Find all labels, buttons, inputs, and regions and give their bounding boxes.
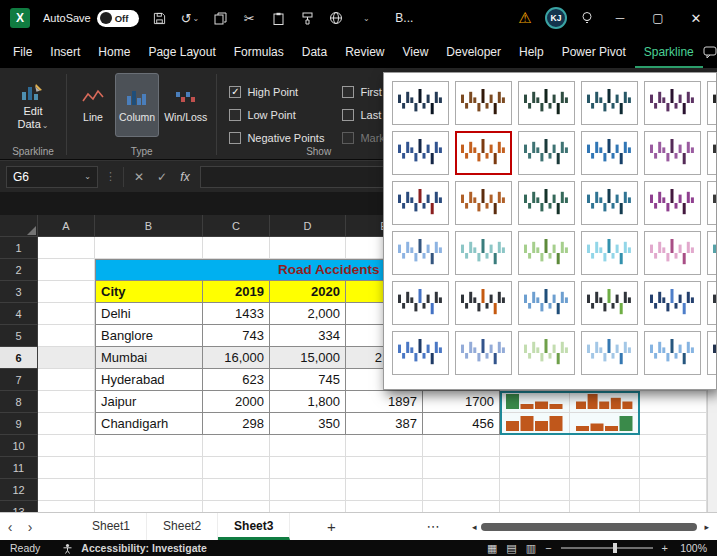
sparkline-style-option-r5-c2[interactable] [455,281,512,325]
zoom-out-button[interactable]: − [545,542,551,554]
excel-logo-icon[interactable]: X [10,8,30,28]
avatar[interactable]: KJ [545,7,567,29]
select-all-corner[interactable] [0,215,38,237]
cell-D4[interactable]: 2,000 [270,303,346,325]
cell-G13[interactable] [500,501,570,512]
cell-B5[interactable]: Banglore [95,325,203,347]
cell-B11[interactable] [95,457,203,479]
sparkline-style-option-r4-c5[interactable] [644,231,701,275]
cell-C13[interactable] [203,501,270,512]
horizontal-scrollbar[interactable]: ◂ ▸ [472,522,717,532]
sparkline-style-option-r6-c2[interactable] [455,331,512,375]
checkbox-high-point[interactable]: ✓High Point [229,81,324,102]
cell-E11[interactable] [346,457,423,479]
autosave-toggle[interactable]: AutoSave Off [43,10,139,27]
menu-tab-developer[interactable]: Developer [437,36,510,68]
cell-E13[interactable] [346,501,423,512]
sparkline-style-option-r5-c5[interactable] [644,281,701,325]
zoom-slider-thumb[interactable] [613,543,617,553]
cell-I9[interactable] [640,413,707,435]
cell-C1[interactable] [203,237,270,259]
sparkline-style-option-r6-c3[interactable] [518,331,575,375]
sparkline-style-option-r3-c5[interactable] [644,181,701,225]
checkbox-negative-points[interactable]: Negative Points [229,127,324,148]
sheet-tab-sheet1[interactable]: Sheet1 [76,513,147,540]
column-header-A[interactable]: A [38,215,95,237]
cell-C9[interactable]: 298 [203,413,270,435]
row-header-9[interactable]: 9 [0,413,38,435]
sparkline-style-option-r5-c1[interactable] [392,281,449,325]
cell-E10[interactable] [346,435,423,457]
edit-data-button[interactable]: EditData⌄ [6,73,60,139]
cell-H9[interactable] [570,413,640,435]
cell-F11[interactable] [423,457,500,479]
cell-E8[interactable]: 1897 [346,391,423,413]
cell-D9[interactable]: 350 [270,413,346,435]
sparkline-style-option-r2-c5[interactable] [644,131,701,175]
sparkline-style-option-r2-c2-selected[interactable] [455,131,512,175]
row-header-8[interactable]: 8 [0,391,38,413]
cell-A11[interactable] [38,457,95,479]
insert-function-icon[interactable]: fx [177,170,193,184]
row-header-1[interactable]: 1 [0,237,38,259]
cut-icon[interactable]: ✂ [241,11,257,26]
type-button-column[interactable]: Column [115,73,159,137]
sparkline-style-option-r3-c1[interactable] [392,181,449,225]
sheet-tab-sheet3[interactable]: Sheet3 [218,513,290,540]
cell-C10[interactable] [203,435,270,457]
cell-A9[interactable] [38,413,95,435]
cell-H11[interactable] [570,457,640,479]
cell-B10[interactable] [95,435,203,457]
cell-D13[interactable] [270,501,346,512]
scroll-right-icon[interactable]: ▸ [704,522,709,532]
sparkline-style-option-r5-c3[interactable] [518,281,575,325]
sparkline-style-option-r1-c4[interactable] [581,81,638,125]
sparkline-style-option-r1-c2[interactable] [455,81,512,125]
sparkline-style-option-r2-c3[interactable] [518,131,575,175]
sparkline-style-option-r3-c4[interactable] [581,181,638,225]
menu-tab-sparkline[interactable]: Sparkline [635,36,703,68]
cell-C8[interactable]: 2000 [203,391,270,413]
cell-D8[interactable]: 1,800 [270,391,346,413]
cell-B4[interactable]: Delhi [95,303,203,325]
checkbox-low-point[interactable]: Low Point [229,104,324,125]
cell-I12[interactable] [640,479,707,501]
cell-D10[interactable] [270,435,346,457]
sparkline-style-option-r2-c4[interactable] [581,131,638,175]
cell-G11[interactable] [500,457,570,479]
menu-tab-help[interactable]: Help [510,36,553,68]
cell-B8[interactable]: Jaipur [95,391,203,413]
accessibility-status[interactable]: Accessibility: Investigate [81,542,206,554]
cell-G9[interactable] [500,413,570,435]
cell-I11[interactable] [640,457,707,479]
view-normal-icon[interactable]: ▦ [487,542,497,555]
cell-D6[interactable]: 15,000 [270,347,346,369]
warning-icon[interactable]: ⚠ [517,9,533,27]
menu-tab-home[interactable]: Home [89,36,139,68]
sparkline-style-option-r1-c6[interactable] [707,81,717,125]
cell-A7[interactable] [38,369,95,391]
sheet-tab-sheet2[interactable]: Sheet2 [147,513,218,540]
cell-A6[interactable] [38,347,95,369]
cell-D1[interactable] [270,237,346,259]
menu-tab-file[interactable]: File [4,36,41,68]
save-icon[interactable] [152,12,168,25]
sparkline-style-option-r1-c3[interactable] [518,81,575,125]
sparkline-style-option-r1-c1[interactable] [392,81,449,125]
toolbar-chevron-down-icon[interactable]: ⌄ [358,14,374,23]
horizontal-scrollbar-track[interactable] [479,522,701,532]
lightbulb-icon[interactable] [579,11,595,25]
menu-tab-data[interactable]: Data [293,36,336,68]
menu-tab-formulas[interactable]: Formulas [225,36,293,68]
cell-H12[interactable] [570,479,640,501]
undo-button[interactable]: ↺⌄ [181,11,200,26]
row-header-11[interactable]: 11 [0,457,38,479]
cell-B1[interactable] [95,237,203,259]
cell-H8[interactable] [570,391,640,413]
cell-A3[interactable] [38,281,95,303]
cell-B3[interactable]: City [95,281,203,303]
cell-A8[interactable] [38,391,95,413]
row-header-10[interactable]: 10 [0,435,38,457]
menu-tab-page-layout[interactable]: Page Layout [139,36,224,68]
sparkline-style-option-r6-c4[interactable] [581,331,638,375]
